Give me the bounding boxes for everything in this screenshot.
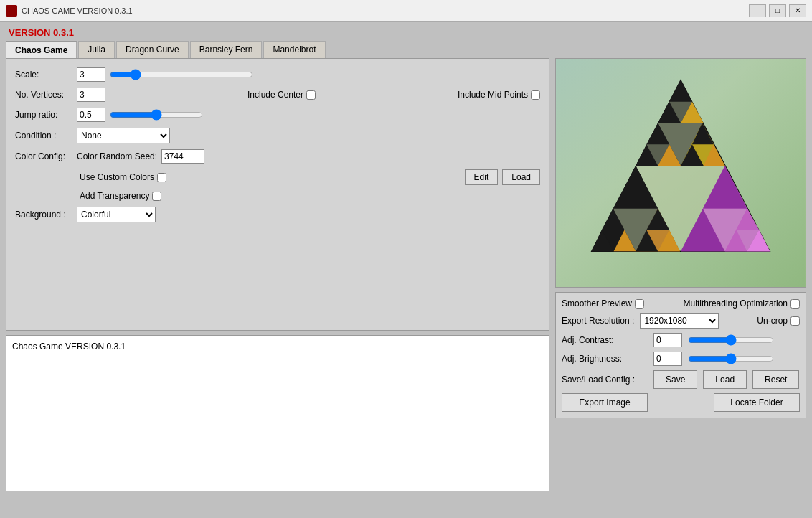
app-icon — [6, 5, 17, 17]
adj-brightness-input[interactable] — [653, 352, 682, 366]
vertices-row: No. Vertices: Include Center Include Mid… — [15, 88, 540, 102]
condition-row: Condition : None Not Same Not Previous N… — [15, 128, 540, 143]
version-label: VERSION 0.3.1 — [0, 22, 812, 41]
multithreading-label: Multithreading Optimization — [684, 298, 788, 309]
multithreading-group: Multithreading Optimization — [684, 298, 800, 309]
add-transparency-label: Add Transparency — [80, 191, 149, 201]
export-row: Export Image Locate Folder — [562, 393, 800, 412]
background-select[interactable]: Colorful White Black Transparent — [77, 207, 156, 222]
smoother-preview-label: Smoother Preview — [562, 298, 632, 309]
color-config-label: Color Config: — [15, 151, 72, 161]
smoother-preview-checkbox[interactable] — [635, 299, 644, 309]
uncrop-label: Un-crop — [757, 316, 788, 326]
locate-folder-button[interactable]: Locate Folder — [714, 393, 800, 412]
vertices-input[interactable] — [77, 88, 105, 102]
right-panel: Smoother Preview Multithreading Optimiza… — [555, 58, 806, 491]
settings-box: Scale: No. Vertices: Include Center Incl… — [6, 58, 549, 331]
jump-ratio-row: Jump ratio: — [15, 108, 540, 122]
scale-input[interactable] — [77, 67, 105, 82]
background-label: Background : — [15, 209, 72, 220]
log-text: Chaos Game VERSION 0.3.1 — [12, 342, 126, 352]
maximize-button[interactable]: □ — [769, 4, 786, 17]
tab-barnsley-fern[interactable]: Barnsley Fern — [190, 41, 263, 58]
tab-dragon-curve[interactable]: Dragon Curve — [116, 41, 189, 58]
controls-bottom: Smoother Preview Multithreading Optimiza… — [555, 292, 806, 418]
tab-mandelbrot[interactable]: Mandelbrot — [263, 41, 325, 58]
color-random-seed-input[interactable] — [161, 149, 204, 164]
multithreading-checkbox[interactable] — [790, 299, 800, 309]
include-midpoints-checkbox[interactable] — [531, 90, 540, 100]
export-resolution-label: Export Resolution : — [562, 316, 634, 326]
title-bar-title: CHAOS GAME VERSION 0.3.1 — [22, 6, 749, 15]
smoother-preview-group: Smoother Preview — [562, 298, 644, 309]
minimize-button[interactable]: — — [749, 4, 766, 17]
vertices-label: No. Vertices: — [15, 90, 72, 100]
use-custom-colors-row: Use Custom Colors — [80, 172, 166, 182]
jump-ratio-label: Jump ratio: — [15, 110, 72, 120]
scale-label: Scale: — [15, 70, 72, 80]
adj-contrast-row: Adj. Contrast: — [562, 333, 800, 347]
main-layout: Scale: No. Vertices: Include Center Incl… — [0, 58, 812, 497]
adj-contrast-input[interactable] — [653, 333, 682, 347]
edit-button[interactable]: Edit — [465, 169, 499, 185]
scale-row: Scale: — [15, 67, 540, 82]
adj-contrast-label: Adj. Contrast: — [562, 335, 648, 345]
include-center-row: Include Center — [247, 90, 316, 100]
save-load-config-label: Save/Load Config : — [562, 375, 648, 385]
adj-brightness-row: Adj. Brightness: — [562, 352, 800, 366]
include-midpoints-label: Include Mid Points — [458, 90, 528, 100]
uncrop-checkbox[interactable] — [790, 316, 800, 326]
window-controls: — □ ✕ — [749, 4, 806, 17]
smoother-preview-row: Smoother Preview Multithreading Optimiza… — [562, 298, 800, 309]
add-transparency-row: Add Transparency — [15, 191, 540, 201]
tab-julia[interactable]: Julia — [78, 41, 115, 58]
reset-config-button[interactable]: Reset — [752, 370, 799, 389]
background-row: Background : Colorful White Black Transp… — [15, 207, 540, 222]
color-config-row: Color Config: Color Random Seed: — [15, 149, 540, 164]
fractal-svg — [556, 59, 806, 287]
use-custom-colors-checkbox[interactable] — [157, 173, 166, 182]
export-resolution-row: Export Resolution : 1920x1080 1280x720 3… — [562, 313, 800, 329]
adj-brightness-label: Adj. Brightness: — [562, 354, 648, 364]
save-config-button[interactable]: Save — [653, 370, 697, 389]
tab-bar: Chaos Game Julia Dragon Curve Barnsley F… — [0, 41, 812, 58]
condition-label: Condition : — [15, 131, 72, 141]
include-center-checkbox[interactable] — [306, 90, 316, 100]
load-config-button[interactable]: Load — [703, 370, 747, 389]
uncrop-group: Un-crop — [757, 316, 800, 326]
use-custom-colors-label: Use Custom Colors — [80, 172, 154, 182]
jump-ratio-slider[interactable] — [110, 109, 203, 121]
title-bar: CHAOS GAME VERSION 0.3.1 — □ ✕ — [0, 0, 812, 22]
close-button[interactable]: ✕ — [789, 4, 806, 17]
log-box: Chaos Game VERSION 0.3.1 — [6, 335, 549, 491]
preview-box — [555, 58, 806, 288]
transparency-checkbox-row: Add Transparency — [80, 191, 161, 201]
add-transparency-checkbox[interactable] — [152, 192, 161, 201]
include-midpoints-row: Include Mid Points — [458, 90, 540, 100]
save-load-config-row: Save/Load Config : Save Load Reset — [562, 370, 800, 389]
color-random-seed-label: Color Random Seed: — [77, 151, 157, 161]
condition-select[interactable]: None Not Same Not Previous Not Adjacent — [77, 128, 170, 143]
adj-contrast-slider[interactable] — [688, 334, 774, 346]
tab-chaos-game[interactable]: Chaos Game — [6, 41, 77, 58]
load-colors-button[interactable]: Load — [502, 169, 540, 185]
include-center-label: Include Center — [247, 90, 303, 100]
scale-slider[interactable] — [110, 69, 253, 80]
jump-ratio-input[interactable] — [77, 108, 105, 122]
adj-brightness-slider[interactable] — [688, 353, 774, 364]
export-image-button[interactable]: Export Image — [562, 393, 648, 412]
export-resolution-select[interactable]: 1920x1080 1280x720 3840x2160 — [640, 313, 719, 329]
custom-colors-row: Use Custom Colors Edit Load — [15, 169, 540, 185]
left-panel: Scale: No. Vertices: Include Center Incl… — [6, 58, 549, 491]
